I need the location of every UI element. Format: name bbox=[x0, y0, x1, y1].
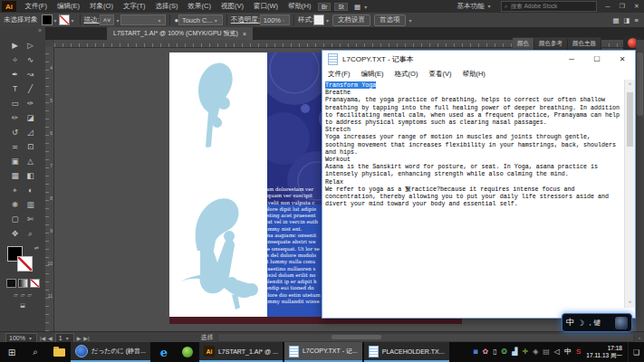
tray-camera-icon[interactable]: ▤ bbox=[543, 348, 550, 356]
rectangle-tool[interactable]: ▭ bbox=[7, 96, 23, 110]
horizontal-scrollbar[interactable] bbox=[217, 333, 634, 342]
gradient-tool[interactable]: ◧ bbox=[23, 168, 38, 183]
tray-chat-icon[interactable]: ❂ bbox=[502, 348, 508, 356]
direct-selection-tool[interactable]: ▷ bbox=[23, 38, 38, 52]
type-tool[interactable]: T bbox=[7, 81, 23, 96]
tray-app-plus-icon[interactable]: ✛ bbox=[522, 348, 528, 356]
artboard-number-dropdown[interactable]: 1▾ bbox=[55, 333, 74, 343]
fill-color-swatch[interactable] bbox=[42, 14, 53, 25]
color-button[interactable] bbox=[6, 279, 16, 288]
menu-window[interactable]: 窗口(W) bbox=[248, 2, 283, 11]
mesh-tool[interactable]: ▦ bbox=[7, 168, 23, 183]
menu-file[interactable]: 文件(F) bbox=[20, 2, 53, 11]
scroll-up-icon[interactable]: ˄ bbox=[625, 80, 635, 90]
notepad-minimize-button[interactable]: ─ bbox=[559, 51, 584, 68]
pencil-tool[interactable]: ✏ bbox=[7, 110, 23, 125]
ime-punct-keyboard[interactable]: ，键 bbox=[587, 319, 601, 328]
tray-app-dim1-icon[interactable]: ◈ bbox=[533, 348, 538, 356]
tray-app-flower-icon[interactable]: ✿ bbox=[482, 348, 488, 356]
menu-select[interactable]: 选择(S) bbox=[150, 2, 183, 11]
eyedropper-tool[interactable]: ⌖ bbox=[7, 183, 23, 197]
workspace-switcher[interactable]: 基本功能 ▾ bbox=[452, 2, 497, 11]
rotate-tool[interactable]: ↺ bbox=[7, 125, 23, 139]
menu-edit[interactable]: 编辑(E) bbox=[53, 2, 85, 11]
last-artboard-icon[interactable]: ▶| bbox=[83, 335, 89, 341]
np-menu-format[interactable]: 格式(O) bbox=[389, 70, 424, 79]
np-menu-view[interactable]: 查看(V) bbox=[423, 70, 457, 79]
style-swatch[interactable] bbox=[313, 14, 324, 25]
app-restore-button[interactable]: ❐ bbox=[615, 3, 630, 10]
blend-tool[interactable]: ◐ bbox=[23, 183, 38, 197]
notepad-title-bar[interactable]: L7COPY.TXT - 记事本 ─ ☐ ✕ bbox=[322, 51, 635, 68]
document-tab[interactable]: L7START_1.AI* @ 100% (CMYK/GPU 预览) × bbox=[107, 27, 253, 40]
action-center-icon[interactable]: ❏ bbox=[628, 342, 644, 362]
zoom-tool[interactable]: ⌕ bbox=[23, 226, 38, 241]
width-tool[interactable]: ≍ bbox=[7, 139, 23, 154]
app-close-button[interactable]: ✕ bbox=[630, 3, 644, 10]
stock-button[interactable]: St bbox=[334, 3, 347, 11]
scrollbar-thumb[interactable] bbox=[627, 92, 633, 147]
scale-tool[interactable]: ◿ bbox=[23, 125, 38, 139]
screen-mode-icon[interactable]: ⬓ bbox=[20, 301, 25, 308]
notepad-window[interactable]: L7COPY.TXT - 记事本 ─ ☐ ✕ 文件(F)编辑(E)格式(O)查看… bbox=[322, 50, 636, 319]
eraser-tool[interactable]: ◪ bbox=[23, 110, 38, 125]
panel-tab-color-guide[interactable]: 颜色参考 bbox=[534, 38, 568, 50]
align-icon[interactable]: ▦ bbox=[612, 16, 619, 24]
taskbar-illustrator-item[interactable]: Ai L7START_1.AI* @ ... bbox=[199, 342, 283, 362]
curvature-tool[interactable]: ↝ bbox=[23, 67, 38, 81]
gradient-button[interactable] bbox=[18, 279, 28, 288]
column-graph-tool[interactable]: ▥ bbox=[23, 197, 38, 212]
yoga-silhouettes[interactable] bbox=[172, 56, 272, 315]
taskbar-clock[interactable]: 17:18 17.11.13 周一 bbox=[584, 342, 628, 362]
document-setup-button[interactable]: 文档设置 bbox=[332, 14, 370, 26]
prev-artboard-icon[interactable]: ◀ bbox=[48, 335, 53, 341]
panel-list-icon[interactable]: ≡ bbox=[635, 16, 639, 24]
magic-wand-tool[interactable]: ✧ bbox=[7, 52, 23, 67]
scroll-down-icon[interactable]: ˅ bbox=[625, 298, 635, 308]
opacity-label[interactable]: 不透明度: bbox=[231, 15, 260, 24]
taskbar-notepad-item[interactable]: L7COPY.TXT - 记... bbox=[284, 342, 362, 362]
fill-stroke-widget[interactable]: ⇄ bbox=[7, 246, 38, 275]
np-menu-help[interactable]: 帮助(H) bbox=[457, 70, 490, 79]
np-menu-file[interactable]: 文件(F) bbox=[322, 70, 356, 79]
tray-phone-icon[interactable]: ▯ bbox=[493, 348, 496, 356]
menu-help[interactable]: 帮助(H) bbox=[284, 2, 316, 11]
perspective-grid-tool[interactable]: △ bbox=[23, 154, 38, 168]
draw-normal-icon[interactable]: ▱ bbox=[14, 291, 18, 298]
draw-behind-icon[interactable]: ▱ bbox=[21, 291, 25, 298]
notepad-maximize-button[interactable]: ☐ bbox=[584, 51, 610, 68]
stroke-weight-label[interactable]: 描边: bbox=[84, 15, 100, 24]
artboard-tool[interactable]: ▢ bbox=[7, 212, 23, 226]
start-button[interactable]: ⊞ bbox=[0, 342, 24, 362]
taskbar-placeholder-item[interactable]: PLACEHOLDER.TX... bbox=[364, 342, 449, 362]
bridge-button[interactable]: Br bbox=[318, 3, 332, 11]
arrange-documents-icon[interactable]: ▦ ▾ bbox=[350, 3, 374, 11]
ime-toolbar[interactable]: 中 ☽ ，键 bbox=[562, 313, 632, 332]
green-app-icon[interactable] bbox=[176, 342, 199, 362]
paintbrush-tool[interactable]: ✑ bbox=[23, 96, 38, 110]
distribute-icon[interactable]: ◨ bbox=[624, 16, 630, 24]
notepad-close-button[interactable]: ✕ bbox=[610, 51, 635, 68]
scroll-right-icon[interactable]: › bbox=[639, 335, 640, 340]
selection-tool[interactable]: ▶ bbox=[7, 38, 23, 52]
lasso-tool[interactable]: ∿ bbox=[23, 52, 38, 67]
file-explorer-icon[interactable] bbox=[47, 342, 71, 362]
preferences-button[interactable]: 首选项 bbox=[374, 14, 406, 26]
panel-tab-color[interactable]: 颜色 bbox=[513, 38, 534, 50]
opacity-value[interactable]: 100%› bbox=[260, 14, 290, 25]
adobe-stock-search[interactable]: ⌕ 搜索 Adobe Stock bbox=[501, 1, 597, 12]
taskbar-search-icon[interactable]: ⌕ bbox=[24, 342, 47, 362]
volume-icon[interactable]: ◁ bbox=[554, 348, 560, 356]
ime-lang-indicator[interactable]: 中 bbox=[564, 348, 572, 356]
stroke-indicator[interactable] bbox=[17, 256, 33, 272]
stroke-color-swatch[interactable] bbox=[59, 14, 70, 25]
pen-tool[interactable]: ✒ bbox=[7, 67, 23, 81]
taskbar-music-app[interactable]: だったのに (静音... bbox=[71, 342, 150, 362]
swap-fill-stroke-icon[interactable]: ⇄ bbox=[34, 244, 39, 251]
stroke-weight-stepper[interactable]: ˄˅ bbox=[100, 14, 115, 25]
vertical-scrollbar[interactable] bbox=[636, 40, 644, 331]
slice-tool[interactable]: ✄ bbox=[23, 212, 38, 226]
hand-tool[interactable]: ✥ bbox=[7, 226, 23, 241]
tray-app-blue-icon[interactable]: ◙ bbox=[474, 348, 478, 356]
ime-fullwidth-moon-icon[interactable]: ☽ bbox=[577, 319, 584, 328]
